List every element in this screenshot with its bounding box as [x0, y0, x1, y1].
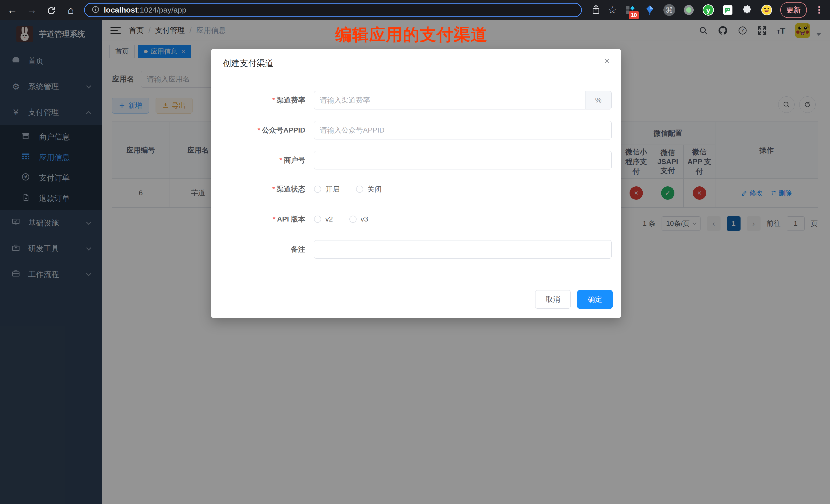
form-row-merchant: *商户号: [211, 151, 621, 169]
radio-circle-icon: [314, 216, 321, 223]
form-row-rate: *渠道费率 %: [211, 91, 621, 109]
extension-record-icon[interactable]: [683, 4, 695, 16]
url-path: :1024/pay/app: [138, 6, 186, 14]
radio-circle-icon: [349, 216, 357, 223]
home-icon[interactable]: ⌂: [65, 0, 77, 20]
radio-api-v2[interactable]: v2: [314, 215, 333, 223]
dialog-footer: 取消 确定: [535, 290, 613, 309]
svg-text:y: y: [706, 7, 710, 14]
extension-chat-icon[interactable]: [722, 4, 734, 16]
annotation-text: 编辑应用的支付渠道: [335, 24, 487, 46]
rate-label: *渠道费率: [211, 95, 311, 105]
merchant-label: *商户号: [211, 155, 311, 165]
create-pay-channel-dialog: 创建支付渠道 × *渠道费率 % *公众号APPID *商户号 *渠: [211, 49, 621, 318]
extension-kite-icon[interactable]: [644, 4, 656, 16]
browser-toolbar: ← → ⌂ localhost:1024/pay/app ☆: [0, 0, 830, 20]
confirm-button[interactable]: 确定: [577, 290, 613, 309]
merchant-input[interactable]: [314, 151, 612, 169]
back-icon[interactable]: ←: [6, 0, 19, 20]
radio-status-open[interactable]: 开启: [314, 184, 340, 194]
form-row-appid: *公众号APPID: [211, 121, 621, 139]
remark-label: 备注: [211, 245, 311, 254]
extension-badge: 10: [629, 11, 639, 19]
remark-input[interactable]: [314, 240, 612, 259]
profile-emoji-avatar[interactable]: [761, 4, 773, 16]
bookmark-star-icon[interactable]: ☆: [608, 4, 617, 15]
extensions-puzzle-icon[interactable]: [741, 4, 753, 16]
rate-input[interactable]: [314, 91, 585, 109]
percent-suffix: %: [585, 91, 612, 109]
form-row-api-version: *API 版本 v2 v3: [211, 211, 621, 228]
site-info-icon[interactable]: [92, 5, 100, 14]
appid-label: *公众号APPID: [211, 125, 311, 135]
radio-status-closed[interactable]: 关闭: [356, 184, 382, 194]
url-host: localhost: [104, 6, 138, 14]
dialog-title: 创建支付渠道: [223, 58, 274, 69]
chrome-update-button[interactable]: 更新: [780, 2, 807, 18]
extension-tabs-icon[interactable]: 10: [625, 4, 636, 16]
address-bar[interactable]: localhost:1024/pay/app: [84, 3, 582, 17]
reload-icon[interactable]: [45, 0, 57, 20]
dialog-close-icon[interactable]: ×: [604, 56, 610, 67]
forward-icon[interactable]: →: [26, 0, 38, 20]
extension-y-icon[interactable]: y: [702, 4, 714, 16]
api-version-label: *API 版本: [211, 214, 311, 224]
share-icon[interactable]: [592, 5, 600, 15]
browser-menu-icon[interactable]: ⋮: [815, 5, 824, 15]
appid-input[interactable]: [314, 121, 612, 139]
radio-circle-icon: [356, 186, 363, 193]
form-row-remark: 备注: [211, 240, 621, 259]
browser-actions: ☆ 10 ⌘: [592, 2, 824, 18]
cancel-button[interactable]: 取消: [535, 290, 571, 309]
screen: ← → ⌂ localhost:1024/pay/app ☆: [0, 0, 830, 504]
form-row-status: *渠道状态 开启 关闭: [211, 181, 621, 198]
radio-circle-icon: [314, 186, 321, 193]
status-label: *渠道状态: [211, 184, 311, 194]
radio-api-v3[interactable]: v3: [349, 215, 369, 223]
extension-command-icon[interactable]: ⌘: [663, 4, 675, 16]
